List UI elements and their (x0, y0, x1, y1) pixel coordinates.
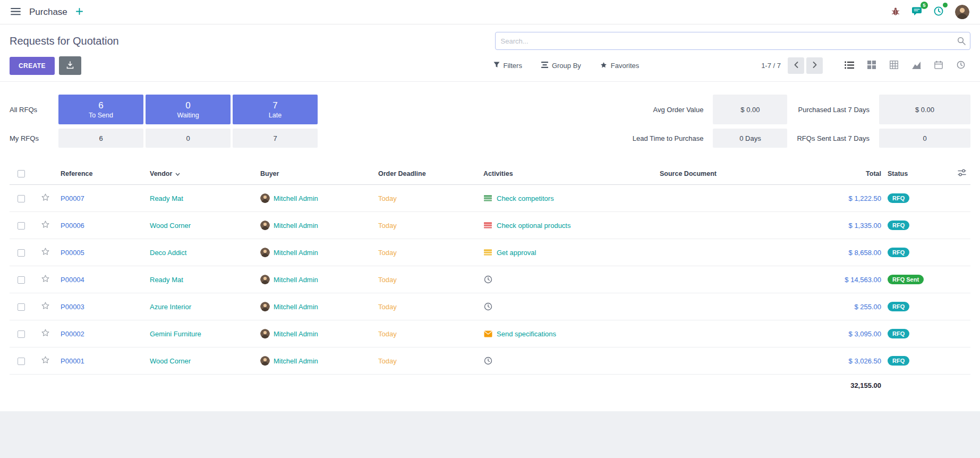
row-checkbox[interactable] (18, 222, 25, 230)
avg-order-value: $ 0.00 (713, 95, 787, 124)
header-total[interactable]: Total (822, 163, 884, 185)
row-vendor[interactable]: Azure Interior (150, 303, 191, 311)
header-order-deadline[interactable]: Order Deadline (375, 163, 480, 185)
row-vendor[interactable]: Ready Mat (150, 194, 183, 202)
filters-button[interactable]: Filters (490, 61, 525, 71)
calendar-view-button[interactable] (929, 57, 948, 74)
row-reference[interactable]: P00006 (61, 222, 84, 230)
table-row[interactable]: P00005 Deco Addict Mitchell Admin Today … (10, 239, 970, 266)
status-badge: RFQ (888, 248, 909, 257)
rfqs-sent-last-7-days-label: RFQs Sent Last 7 Days (797, 134, 870, 142)
header-buyer[interactable]: Buyer (257, 163, 375, 185)
activity-cell[interactable] (483, 357, 653, 365)
activity-cell[interactable]: Get approval (483, 249, 653, 257)
table-row[interactable]: P00007 Ready Mat Mitchell Admin Today Ch… (10, 185, 970, 212)
my-late-count: 7 (273, 134, 277, 142)
table-row[interactable]: P00003 Azure Interior Mitchell Admin Tod… (10, 293, 970, 320)
search-input[interactable] (495, 32, 970, 50)
row-vendor[interactable]: Ready Mat (150, 276, 183, 284)
row-checkbox[interactable] (18, 249, 25, 257)
rfq-list: Reference Vendor Buyer Order Deadline Ac… (0, 163, 980, 396)
star-column-header (33, 163, 57, 185)
filters-label: Filters (504, 62, 522, 70)
favorite-star-button[interactable] (41, 220, 50, 231)
my-tile-late[interactable]: 7 (233, 129, 318, 148)
row-buyer: Mitchell Admin (274, 303, 318, 311)
row-total: $ 3,095.00 (849, 330, 881, 338)
rfqs-sent-last-7-days-value: 0 (879, 129, 970, 148)
row-checkbox[interactable] (18, 358, 25, 365)
kanban-view-button[interactable] (862, 57, 881, 74)
my-rfqs-label: My RFQs (10, 134, 56, 142)
export-button[interactable] (59, 56, 81, 75)
avg-order-value-label: Avg Order Value (633, 106, 704, 114)
table-row[interactable]: P00006 Wood Corner Mitchell Admin Today … (10, 212, 970, 239)
tile-waiting[interactable]: 0 Waiting (146, 95, 231, 124)
row-vendor[interactable]: Deco Addict (150, 249, 186, 257)
my-tile-waiting[interactable]: 0 (146, 129, 231, 148)
row-reference[interactable]: P00002 (61, 330, 84, 338)
all-rfqs-label: All RFQs (10, 106, 56, 114)
activity-cell[interactable]: Check competitors (483, 194, 653, 202)
favorite-star-button[interactable] (41, 301, 50, 312)
row-checkbox[interactable] (18, 303, 25, 311)
favorite-star-button[interactable] (41, 328, 50, 339)
row-source-document (657, 293, 822, 320)
tile-to-send[interactable]: 6 To Send (58, 95, 143, 124)
favorite-star-button[interactable] (41, 247, 50, 258)
favorite-star-button[interactable] (41, 355, 50, 366)
activity-cell[interactable] (483, 275, 653, 284)
user-menu-button[interactable] (953, 3, 972, 21)
header-source-document[interactable]: Source Document (657, 163, 822, 185)
list-view-button[interactable] (840, 57, 859, 74)
messages-button[interactable]: 5 (909, 4, 924, 20)
header-vendor[interactable]: Vendor (147, 163, 257, 185)
table-row[interactable]: P00001 Wood Corner Mitchell Admin Today … (10, 347, 970, 375)
add-tab-button[interactable] (74, 6, 85, 19)
activity-icon (483, 302, 492, 311)
plus-icon (76, 8, 83, 16)
favorite-star-button[interactable] (41, 274, 50, 285)
row-reference[interactable]: P00007 (61, 194, 84, 202)
row-vendor[interactable]: Wood Corner (150, 357, 191, 365)
pager-next-button[interactable] (806, 57, 823, 74)
table-row[interactable]: P00002 Gemini Furniture Mitchell Admin T… (10, 320, 970, 347)
row-vendor[interactable]: Wood Corner (150, 222, 191, 230)
favorites-button[interactable]: Favorites (597, 61, 642, 71)
header-activities[interactable]: Activities (480, 163, 657, 185)
activity-cell[interactable]: Check optional products (483, 222, 653, 230)
app-name[interactable]: Purchase (29, 7, 67, 18)
tile-late[interactable]: 7 Late (233, 95, 318, 124)
pivot-view-button[interactable] (884, 57, 904, 74)
footer-total-sum: 32,155.00 (822, 375, 884, 397)
activity-view-button[interactable] (951, 57, 970, 74)
row-checkbox[interactable] (18, 195, 25, 202)
header-status[interactable]: Status (884, 163, 947, 185)
activity-cell[interactable] (483, 302, 653, 311)
group-by-button[interactable]: Group By (538, 61, 584, 71)
my-tile-to-send[interactable]: 6 (58, 129, 143, 148)
buyer-avatar (260, 329, 270, 338)
optional-columns-button[interactable] (957, 168, 967, 179)
create-button[interactable]: CREATE (10, 57, 55, 75)
activities-button[interactable] (932, 4, 945, 20)
menu-toggle-button[interactable] (8, 5, 23, 19)
select-all-checkbox[interactable] (18, 170, 25, 177)
row-checkbox[interactable] (18, 276, 25, 284)
activity-cell[interactable]: Send specifications (483, 330, 653, 338)
favorite-star-button[interactable] (41, 193, 50, 203)
pivot-view-icon (890, 61, 898, 71)
row-total: $ 8,658.00 (849, 249, 881, 257)
graph-view-button[interactable] (907, 57, 926, 74)
row-reference[interactable]: P00004 (61, 276, 84, 284)
row-reference[interactable]: P00003 (61, 303, 84, 311)
row-reference[interactable]: P00005 (61, 249, 84, 257)
table-row[interactable]: P00004 Ready Mat Mitchell Admin Today $ … (10, 266, 970, 293)
row-buyer: Mitchell Admin (274, 330, 318, 338)
row-checkbox[interactable] (18, 330, 25, 338)
row-reference[interactable]: P00001 (61, 357, 84, 365)
header-reference[interactable]: Reference (57, 163, 147, 185)
pager-previous-button[interactable] (788, 57, 804, 74)
debug-button[interactable] (889, 5, 902, 20)
row-vendor[interactable]: Gemini Furniture (150, 330, 201, 338)
